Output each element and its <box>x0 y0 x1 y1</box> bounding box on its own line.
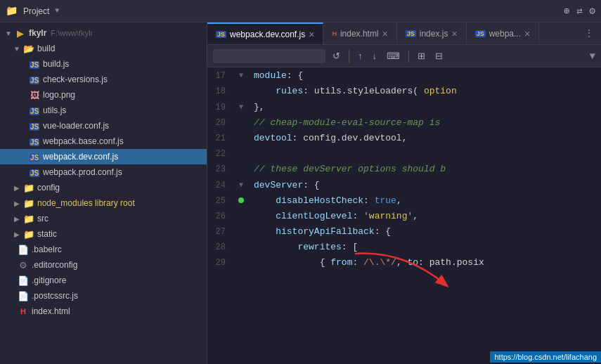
folder-icon: ▶ <box>14 28 27 39</box>
fold-arrow-icon: ▼ <box>239 181 243 189</box>
sidebar-item-editorconfig[interactable]: ⚙ .editorconfig <box>0 257 207 273</box>
sidebar-item-label: webpack.dev.conf.js <box>43 152 118 162</box>
line-number: 27 <box>207 224 234 240</box>
sidebar-item-index-html[interactable]: H index.html <box>0 304 207 319</box>
breakpoint-dot <box>238 197 244 203</box>
line-gutter <box>234 224 248 240</box>
table-row: 19 ▼ }, <box>207 99 601 115</box>
sidebar-item-postcssrc[interactable]: 📄 .postcssrc.js <box>0 288 207 304</box>
line-gutter: ▼ <box>234 99 248 115</box>
html-file-icon: H <box>17 307 30 316</box>
search-input[interactable] <box>213 49 325 63</box>
filter-results-icon[interactable]: ▼ <box>590 51 595 62</box>
sidebar-item-static[interactable]: ▶ 📁 static <box>0 226 207 242</box>
sidebar-item-label: .babelrc <box>32 245 62 254</box>
chevron-right-icon: ▶ <box>11 200 22 207</box>
table-row: 22 <box>207 146 601 162</box>
sidebar-item-label: build <box>37 44 55 53</box>
line-number: 17 <box>207 67 234 84</box>
folder-icon: 📁 <box>22 214 35 224</box>
js-file-icon: JS <box>28 74 41 85</box>
line-code: clientLogLevel: 'warning', <box>248 209 601 224</box>
line-code: // cheap-module-eval-source-map is <box>248 115 601 131</box>
png-file-icon: 🖼 <box>28 90 41 100</box>
sidebar-item-label: config <box>37 183 60 193</box>
match-case-icon[interactable]: ⌨ <box>384 49 403 63</box>
tab-index-js[interactable]: JS index.js × <box>397 22 467 44</box>
tab-label: webpa... <box>489 29 521 39</box>
align-icon[interactable]: ⊞ <box>415 49 428 63</box>
table-row: 23 // these devServer options should b <box>207 162 601 177</box>
sidebar-item-build-js[interactable]: JS build.js <box>0 56 207 72</box>
fold-arrow-icon: ▼ <box>239 72 243 79</box>
sidebar-item-utils-js[interactable]: JS utils.js <box>0 103 207 118</box>
sidebar-item-webpack-dev[interactable]: JS webpack.dev.conf.js <box>0 149 207 164</box>
sidebar-item-label: check-versions.js <box>43 74 108 84</box>
chevron-down-icon: ▼ <box>3 30 14 37</box>
js-file-icon: JS <box>28 152 41 162</box>
sidebar-item-babelrc[interactable]: 📄 .babelrc <box>0 242 207 257</box>
line-number: 24 <box>207 177 234 193</box>
folder-open-icon: 📂 <box>22 44 35 54</box>
sync-icon[interactable]: ⇄ <box>576 5 582 17</box>
chevron-down-icon: ▼ <box>11 45 22 53</box>
sidebar-item-src[interactable]: ▶ 📁 src <box>0 211 207 226</box>
sidebar-item-vue-loader[interactable]: JS vue-loader.conf.js <box>0 118 207 134</box>
sidebar-item-label: build.js <box>43 59 69 69</box>
table-row: 20 // cheap-module-eval-source-map is <box>207 115 601 131</box>
main-area: ▼ ▶ fkylr F:\www\fkylr ▼ 📂 build JS buil… <box>0 22 601 364</box>
filter-icon[interactable]: ⋮ <box>577 27 601 39</box>
js-tab-icon: JS <box>475 30 486 37</box>
line-code: module: { <box>248 67 601 84</box>
line-code: devServer: { <box>248 177 601 193</box>
js-file-icon: JS <box>28 121 41 131</box>
line-code: rewrites: [ <box>248 240 601 255</box>
line-number: 18 <box>207 84 234 99</box>
line-number: 29 <box>207 255 234 271</box>
table-row: 29 { from: /\.\*/, to: path.posix <box>207 255 601 271</box>
sidebar: ▼ ▶ fkylr F:\www\fkylr ▼ 📂 build JS buil… <box>0 22 207 364</box>
table-row: 17 ▼ module: { <box>207 67 601 84</box>
arrow-down-icon[interactable]: ↓ <box>370 49 380 63</box>
tab-webpack-dev[interactable]: JS webpack.dev.conf.js × <box>207 22 323 44</box>
settings-icon[interactable]: ⚙ <box>590 5 595 17</box>
gear-icon: ⚙ <box>17 260 30 271</box>
line-gutter <box>234 162 248 177</box>
close-icon[interactable]: × <box>309 30 314 39</box>
sidebar-item-logo-png[interactable]: 🖼 logo.png <box>0 87 207 103</box>
replace-icon[interactable]: ↺ <box>330 49 343 63</box>
tab-index-html[interactable]: H index.html × <box>323 22 396 44</box>
tab-label: index.js <box>420 29 448 39</box>
add-icon[interactable]: ⊕ <box>564 5 569 17</box>
close-icon[interactable]: × <box>451 29 457 39</box>
rc-file-icon: 📄 <box>17 291 30 301</box>
top-bar: 📁 Project ▼ ⊕ ⇄ ⚙ <box>0 0 601 22</box>
tab-webpa[interactable]: JS webpa... × <box>467 22 540 44</box>
sidebar-item-webpack-prod[interactable]: JS webpack.prod.conf.js <box>0 164 207 180</box>
arrow-up-icon[interactable]: ↑ <box>355 49 366 63</box>
sidebar-item-node-modules[interactable]: ▶ 📁 node_modules library root <box>0 195 207 211</box>
line-number: 25 <box>207 193 234 209</box>
js-tab-icon: JS <box>216 31 226 38</box>
sidebar-item-label: vue-loader.conf.js <box>43 121 109 131</box>
line-number: 19 <box>207 99 234 115</box>
sidebar-item-webpack-base[interactable]: JS webpack.base.conf.js <box>0 134 207 149</box>
grid-icon[interactable]: ⊟ <box>432 49 446 63</box>
separator <box>349 50 349 63</box>
code-area[interactable]: 17 ▼ module: { 18 rules: utils.styleLoad… <box>207 67 601 364</box>
watermark: https://blog.csdn.net/lifachang <box>490 351 601 363</box>
sidebar-item-config[interactable]: ▶ 📁 config <box>0 180 207 195</box>
sidebar-item-root[interactable]: ▼ ▶ fkylr F:\www\fkylr <box>0 25 207 41</box>
js-tab-icon: JS <box>406 30 416 37</box>
table-row: 25 disableHostCheck: true, <box>207 193 601 209</box>
sidebar-item-gitignore[interactable]: 📄 .gitignore <box>0 273 207 288</box>
line-code <box>248 146 601 162</box>
line-gutter: ▼ <box>234 67 248 84</box>
sidebar-item-check-versions[interactable]: JS check-versions.js <box>0 72 207 87</box>
js-file-icon: JS <box>28 59 41 70</box>
sidebar-item-build[interactable]: ▼ 📂 build <box>0 41 207 56</box>
close-icon[interactable]: × <box>524 29 530 39</box>
close-icon[interactable]: × <box>382 29 388 39</box>
top-bar-title: Project <box>23 6 49 16</box>
line-number: 26 <box>207 209 234 224</box>
